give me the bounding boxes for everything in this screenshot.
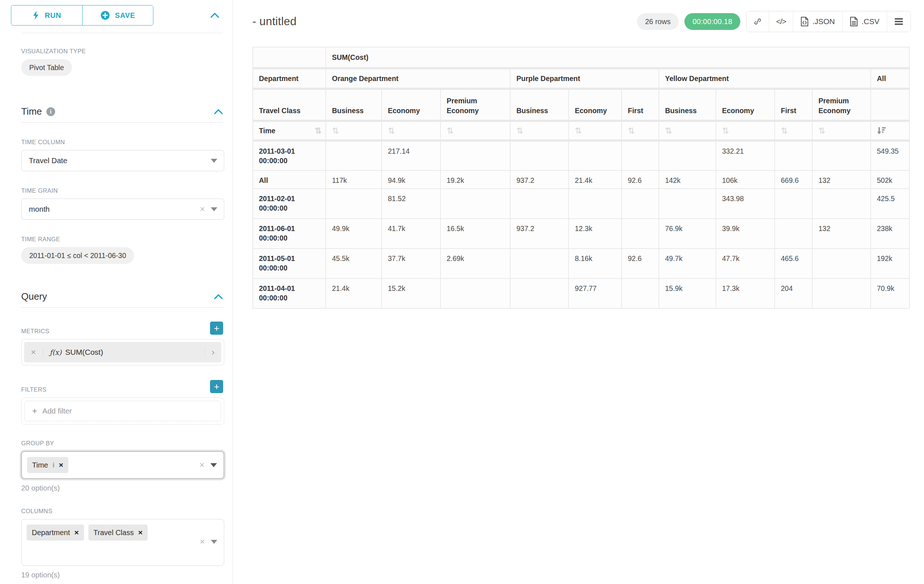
time-column-value: Travel Date	[29, 156, 67, 165]
value-cell: 81.52	[382, 189, 441, 219]
sort-icon[interactable]: ⇅	[315, 126, 322, 135]
time-section-title: Time	[21, 106, 42, 117]
info-icon: i	[53, 461, 54, 469]
sort-icon[interactable]: ⇅	[818, 126, 825, 135]
copy-link-button[interactable]	[746, 12, 769, 32]
travel-class-header: Premium Economy	[441, 89, 510, 121]
export-toolbar: </> .JSON .CSV	[746, 11, 911, 32]
value-cell	[659, 140, 716, 171]
metric-header: SUM(Cost)	[326, 47, 909, 68]
time-axis-label[interactable]: Time⇅	[253, 121, 326, 140]
row-label: 2011-02-01 00:00:00	[253, 189, 326, 219]
columns-options-hint: 19 option(s)	[21, 571, 223, 579]
value-cell	[622, 140, 659, 171]
selected-option-tag[interactable]: Timei×	[27, 457, 68, 473]
export-csv-button[interactable]: .CSV	[843, 12, 887, 32]
value-cell: 132	[812, 171, 871, 189]
clear-icon[interactable]: ×	[200, 537, 205, 546]
value-cell	[510, 140, 569, 171]
sort-icon[interactable]: ⇅	[781, 126, 788, 135]
clear-icon[interactable]: ×	[200, 461, 205, 469]
row-label: All	[253, 171, 326, 189]
value-cell: 937.2	[510, 219, 569, 248]
sort-cell[interactable]: ⇅	[326, 121, 382, 140]
section-divider	[21, 33, 223, 33]
value-cell	[441, 189, 510, 219]
time-column-label: TIME COLUMN	[21, 139, 223, 146]
remove-tag-icon[interactable]: ×	[59, 461, 63, 469]
sort-cell[interactable]	[871, 121, 909, 140]
sort-icon[interactable]: ⇅	[516, 126, 523, 135]
sort-cell[interactable]: ⇅	[510, 121, 569, 140]
sort-icon[interactable]: ⇅	[628, 126, 635, 135]
time-range-label: TIME RANGE	[21, 236, 223, 243]
save-button[interactable]: SAVE	[82, 5, 153, 25]
selected-option-tag[interactable]: Department×	[26, 525, 84, 541]
sort-cell[interactable]: ⇅	[812, 121, 871, 140]
value-cell: 142k	[659, 171, 716, 189]
value-cell: 549.35	[871, 140, 909, 171]
columns-select[interactable]: Department×Travel Class× ×	[21, 519, 224, 566]
control-panel-scroll[interactable]: Chart Type VISUALIZATION TYPE Pivot Tabl…	[0, 15, 233, 584]
remove-metric-icon[interactable]: ×	[24, 347, 43, 357]
sort-cell[interactable]: ⇅	[569, 121, 622, 140]
plus-icon: +	[32, 406, 37, 416]
section-divider	[21, 122, 223, 123]
sort-icon[interactable]: ⇅	[722, 126, 729, 135]
chart-type-collapse-icon[interactable]	[210, 12, 219, 18]
travel-class-header	[871, 89, 909, 121]
info-icon: i	[46, 107, 55, 116]
sort-icon[interactable]: ⇅	[665, 126, 672, 135]
time-grain-label: TIME GRAIN	[21, 187, 223, 194]
sort-cell[interactable]: ⇅	[716, 121, 775, 140]
sort-icon[interactable]: ⇅	[332, 126, 339, 135]
value-cell: 49.7k	[659, 248, 716, 278]
remove-tag-icon[interactable]: ×	[138, 528, 142, 537]
value-cell: 502k	[871, 171, 909, 189]
groupby-select[interactable]: Timei× ×	[21, 451, 224, 479]
sort-cell[interactable]: ⇅	[382, 121, 441, 140]
sort-icon[interactable]: ⇅	[575, 126, 582, 135]
time-collapse-icon[interactable]	[214, 109, 223, 115]
metric-item[interactable]: × ƒ(x) SUM(Cost) ›	[24, 342, 221, 362]
value-cell	[441, 278, 510, 308]
travel-class-header: First	[775, 89, 812, 121]
function-icon: ƒ(x)	[50, 348, 62, 356]
selected-option-tag[interactable]: Travel Class×	[88, 525, 148, 541]
run-button[interactable]: RUN	[12, 5, 82, 25]
sort-cell[interactable]: ⇅	[659, 121, 716, 140]
export-json-button[interactable]: .JSON	[793, 12, 843, 32]
time-column-select[interactable]: Travel Date	[21, 150, 224, 171]
tag-label: Time	[32, 461, 48, 469]
add-filter-button[interactable]: + Add filter	[25, 401, 221, 421]
chart-panel: - untitled 26 rows 00:00:00.18 </>	[233, 0, 924, 584]
time-range-value[interactable]: 2011-01-01 ≤ col < 2011-06-30	[21, 247, 134, 264]
chart-title[interactable]: - untitled	[252, 15, 297, 28]
value-cell: 425.5	[871, 189, 909, 219]
expand-metric-icon[interactable]: ›	[205, 347, 221, 357]
value-cell	[326, 189, 382, 219]
sort-cell[interactable]: ⇅	[622, 121, 659, 140]
view-query-button[interactable]: </>	[769, 12, 793, 32]
value-cell: 21.4k	[569, 171, 622, 189]
add-filter-plus-button[interactable]: +	[210, 380, 223, 393]
export-csv-label: .CSV	[861, 17, 879, 26]
visualization-type-value[interactable]: Pivot Table	[21, 59, 72, 76]
metric-name: SUM(Cost)	[65, 348, 103, 357]
time-grain-select[interactable]: month ×	[21, 199, 224, 220]
sort-cell[interactable]: ⇅	[441, 121, 510, 140]
query-collapse-icon[interactable]	[214, 294, 223, 299]
sort-descending-active-icon[interactable]	[877, 126, 886, 135]
value-cell: 117k	[326, 171, 382, 189]
menu-button[interactable]	[887, 12, 911, 32]
sort-cell[interactable]: ⇅	[775, 121, 812, 140]
remove-tag-icon[interactable]: ×	[74, 528, 79, 537]
add-metric-button[interactable]: +	[210, 322, 223, 335]
value-cell	[510, 189, 569, 219]
clear-icon[interactable]: ×	[200, 205, 205, 214]
value-cell: 21.4k	[326, 278, 382, 308]
row-label: 2011-06-01 00:00:00	[253, 219, 326, 248]
sort-icon[interactable]: ⇅	[388, 126, 395, 135]
chevron-down-icon	[211, 207, 217, 211]
sort-icon[interactable]: ⇅	[447, 126, 454, 135]
